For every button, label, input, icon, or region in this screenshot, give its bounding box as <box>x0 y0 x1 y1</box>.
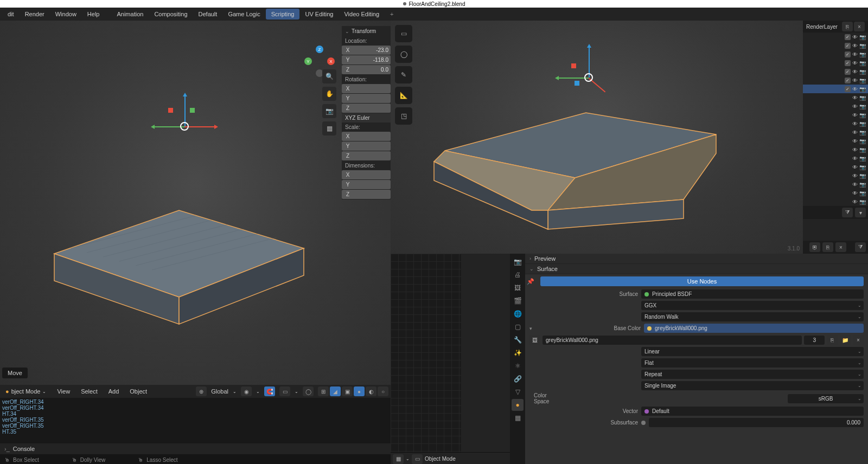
workspace-video-editing[interactable]: Video Editing <box>339 9 385 20</box>
menu-select[interactable]: Select <box>78 387 101 396</box>
outliner-row[interactable]: 👁📷 <box>803 50 868 59</box>
camera-icon[interactable]: 📷 <box>859 34 866 40</box>
eye-icon[interactable]: 👁 <box>852 199 858 205</box>
menu-edit[interactable]: dit <box>2 9 20 20</box>
dim-z[interactable]: Z <box>342 190 391 199</box>
location-y[interactable]: Y-118.0 <box>342 55 391 65</box>
tab-constraint[interactable]: 🔗 <box>512 373 524 385</box>
image-unlink-icon[interactable]: × <box>853 335 864 345</box>
workspace-scripting[interactable]: Scripting <box>266 9 300 20</box>
camera-icon[interactable]: 📷 <box>859 69 866 75</box>
rotation-mode[interactable]: XYZ Euler <box>342 113 391 123</box>
shading-mat[interactable]: ○ <box>378 386 388 396</box>
x-icon[interactable]: × <box>835 242 846 252</box>
camera-icon[interactable]: 📷 <box>859 51 866 57</box>
tab-mesh[interactable]: ▽ <box>512 386 524 398</box>
use-nodes-button[interactable]: Use Nodes <box>540 276 864 286</box>
shading-wire[interactable]: ◐ <box>366 386 376 396</box>
workspace-animation[interactable]: Animation <box>111 9 149 20</box>
viewport-left[interactable]: Z X Y 🔍 ✋ 📷 ▦ <box>0 21 391 385</box>
filter-icon[interactable]: ▾ <box>855 208 866 217</box>
outliner-row[interactable]: 👁📷 <box>803 33 868 41</box>
dim-y[interactable]: Y <box>342 180 391 189</box>
tab-particle[interactable]: ✨ <box>512 347 524 359</box>
outliner-row[interactable]: 👁📷 <box>803 85 868 93</box>
tab-object[interactable]: ▢ <box>512 321 524 333</box>
checkbox-icon[interactable] <box>845 78 851 83</box>
scale-y[interactable]: Y <box>342 141 391 151</box>
eye-icon[interactable]: 👁 <box>852 34 858 40</box>
measure-tool[interactable]: 📐 <box>395 87 412 104</box>
eye-icon[interactable]: 👁 <box>852 51 858 57</box>
eye-icon[interactable]: 👁 <box>852 43 858 49</box>
camera-icon[interactable]: 📷 <box>859 199 866 205</box>
uv-mode-icon[interactable]: ▭ <box>412 454 423 464</box>
eye-icon[interactable]: 👁 <box>852 86 858 92</box>
uv-mode-label[interactable]: Object Mode <box>425 456 456 462</box>
outliner[interactable]: RenderLayer ⎘× 👁📷👁📷👁📷👁📷👁📷👁📷👁📷👁📷👁📷👁📷👁📷👁📷👁… <box>803 21 868 254</box>
eye-icon[interactable]: 👁 <box>852 147 858 153</box>
outliner-row[interactable]: 👁📷 <box>803 189 868 197</box>
camera-icon[interactable]: 📷 <box>859 121 866 127</box>
eye-icon[interactable]: 👁 <box>852 104 858 109</box>
camera-icon[interactable]: 📷 <box>859 190 866 196</box>
camera-icon[interactable]: 📷 <box>859 156 866 162</box>
tab-world[interactable]: 🌐 <box>512 308 524 320</box>
outliner-row[interactable]: 👁📷 <box>803 145 868 154</box>
proportional-icon[interactable]: ◯ <box>303 386 314 396</box>
tab-output[interactable]: 🖨 <box>512 269 524 281</box>
outliner-close-icon[interactable]: × <box>854 22 865 31</box>
eye-icon[interactable]: 👁 <box>852 138 858 144</box>
rotation-x[interactable]: X <box>342 84 391 93</box>
camera-icon[interactable]: 📷 <box>859 138 866 144</box>
outliner-row[interactable]: 👁📷 <box>803 76 868 85</box>
preview-section[interactable]: ›Preview <box>525 254 868 264</box>
scale-z[interactable]: Z <box>342 151 391 160</box>
gizmo-toggle[interactable]: ⊞ <box>318 386 329 396</box>
camera-icon[interactable]: 📷 <box>859 86 866 92</box>
colorspace-select[interactable]: sRGB⌄ <box>788 394 864 403</box>
select-tool[interactable]: ◯ <box>395 46 412 63</box>
uv-editor[interactable] <box>391 254 461 452</box>
tab-modifier[interactable]: 🔧 <box>512 334 524 346</box>
surface-shader[interactable]: Principled BSDF <box>641 289 864 299</box>
dim-x[interactable]: X <box>342 170 391 179</box>
menu-object[interactable]: Object <box>126 387 150 396</box>
eye-icon[interactable]: 👁 <box>852 95 858 101</box>
eye-icon[interactable]: 👁 <box>852 182 858 188</box>
camera-icon[interactable]: 📷 <box>859 60 866 66</box>
menu-add[interactable]: Add <box>105 387 123 396</box>
viewport-right[interactable]: ▭ ◯ ✎ 📐 ◳ <box>391 21 803 254</box>
ceiling-mesh[interactable] <box>412 102 738 243</box>
eye-icon[interactable]: 👁 <box>852 60 858 66</box>
outliner-row[interactable]: 👁📷 <box>803 119 868 128</box>
checkbox-icon[interactable] <box>845 34 851 40</box>
pivot-icon[interactable]: ◉ <box>241 386 252 396</box>
checkbox-icon[interactable] <box>845 43 851 49</box>
tab-texture[interactable]: ▦ <box>512 412 524 424</box>
outliner-row[interactable]: 👁📷 <box>803 163 868 171</box>
eye-icon[interactable]: 👁 <box>852 190 858 196</box>
scale-x[interactable]: X <box>342 132 391 141</box>
menu-help[interactable]: Help <box>82 9 105 20</box>
subsurface-value[interactable]: 0.000 <box>649 418 864 427</box>
eye-icon[interactable]: 👁 <box>852 156 858 162</box>
outliner-row[interactable]: 👁📷 <box>803 137 868 145</box>
camera-icon[interactable]: 📷 <box>859 104 866 109</box>
outliner-row[interactable]: 👁📷 <box>803 171 868 180</box>
image-new-icon[interactable]: ⎘ <box>827 335 838 345</box>
eye-icon[interactable]: 👁 <box>852 69 858 75</box>
camera-icon[interactable]: 📷 <box>859 130 866 136</box>
orientation-icon[interactable]: ⊕ <box>196 386 207 396</box>
checkbox-icon[interactable] <box>845 86 851 92</box>
workspace-default[interactable]: Default <box>193 9 223 20</box>
property-tabs[interactable]: 📷 🖨 🖼 🎬 🌐 ▢ 🔧 ✨ ⚛ 🔗 ▽ ● ▦ <box>510 254 525 464</box>
cursor-tool[interactable]: ▭ <box>395 25 412 42</box>
image-open-icon[interactable]: 📁 <box>840 335 851 345</box>
camera-icon[interactable]: 📷 <box>859 95 866 101</box>
camera-icon[interactable]: 📷 <box>859 43 866 49</box>
eye-icon[interactable]: 👁 <box>852 130 858 136</box>
console-header[interactable]: ›_Console <box>0 443 391 454</box>
tab-material[interactable]: ● <box>512 399 524 411</box>
eye-icon[interactable]: 👁 <box>852 112 858 118</box>
